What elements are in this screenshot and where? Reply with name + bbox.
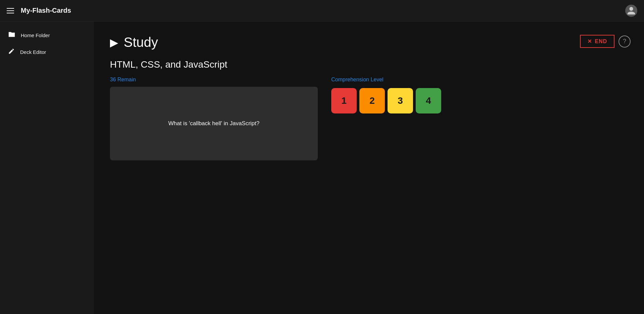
- comprehension-level-4[interactable]: 4: [416, 88, 441, 113]
- level-4-label: 4: [426, 95, 431, 106]
- navbar: My-Flash-Cards: [0, 0, 644, 21]
- level-buttons: 1 2 3 4: [331, 88, 452, 113]
- level-3-label: 3: [398, 95, 403, 106]
- card-section: 36 Remain What is 'callback hell' in Jav…: [110, 77, 318, 160]
- comprehension-level-3[interactable]: 3: [388, 88, 413, 113]
- help-icon: ?: [623, 38, 626, 45]
- pencil-icon: [8, 48, 15, 56]
- study-area: 36 Remain What is 'callback hell' in Jav…: [110, 77, 628, 160]
- comprehension-label: Comprehension Level: [331, 77, 452, 83]
- level-2-label: 2: [369, 95, 375, 106]
- menu-icon[interactable]: [7, 8, 14, 13]
- sidebar-item-home-folder[interactable]: Home Folder: [0, 27, 94, 44]
- flash-card-text: What is 'callback hell' in JavaScript?: [168, 120, 259, 127]
- comprehension-level-1[interactable]: 1: [331, 88, 357, 113]
- navbar-right: [625, 5, 637, 17]
- sidebar-item-label-home: Home Folder: [21, 32, 50, 38]
- layout: Home Folder Deck Editor ▶ Study HTML, CS…: [0, 21, 644, 314]
- sidebar-item-deck-editor[interactable]: Deck Editor: [0, 44, 94, 60]
- help-button[interactable]: ?: [619, 35, 631, 48]
- deck-title: HTML, CSS, and JavaScript: [110, 59, 628, 70]
- navbar-left: My-Flash-Cards: [7, 7, 71, 14]
- folder-icon: [8, 31, 15, 40]
- app-title: My-Flash-Cards: [21, 7, 71, 14]
- end-x-icon: ✕: [587, 38, 592, 45]
- sidebar-item-label-deck-editor: Deck Editor: [20, 49, 46, 55]
- account-icon[interactable]: [625, 5, 637, 17]
- page-title: Study: [124, 35, 158, 50]
- flash-card[interactable]: What is 'callback hell' in JavaScript?: [110, 87, 318, 160]
- end-button-label: END: [595, 38, 607, 45]
- level-1-label: 1: [341, 95, 347, 106]
- top-right-controls: ✕ END ?: [580, 35, 631, 48]
- comprehension-section: Comprehension Level 1 2 3 4: [331, 77, 452, 113]
- main-content: ▶ Study HTML, CSS, and JavaScript ✕ END …: [94, 21, 644, 314]
- comprehension-level-2[interactable]: 2: [359, 88, 385, 113]
- sidebar: Home Folder Deck Editor: [0, 21, 94, 314]
- play-icon: ▶: [110, 36, 118, 49]
- page-header: ▶ Study: [110, 35, 628, 50]
- end-button[interactable]: ✕ END: [580, 35, 614, 48]
- remain-text: 36 Remain: [110, 77, 318, 83]
